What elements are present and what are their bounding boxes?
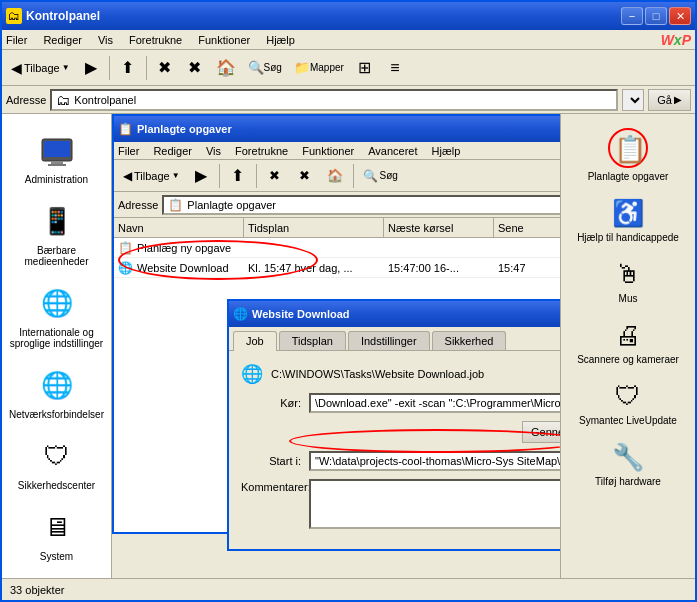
comments-input[interactable] [309, 479, 560, 529]
sidebar-item-network[interactable]: 🌐 Netværksforbindelser [2, 357, 111, 428]
sr-item-handicap[interactable]: ♿ Hjælp til handicappede [561, 192, 695, 249]
pw-up-button[interactable]: ⬆ [224, 164, 252, 188]
menu-funktioner[interactable]: Funktioner [198, 34, 250, 46]
address-input[interactable]: 🗂 Kontrolpanel [50, 89, 618, 111]
window-title: Kontrolpanel [26, 9, 617, 23]
content-area: 📋 Planlagte opgaver − □ ✕ Filer Rediger … [112, 114, 560, 578]
start-input[interactable]: "W:\data\projects-cool-thomas\Micro-Sys … [309, 451, 560, 471]
dialog-tab-bar: Job Tidsplan Indstillinger Sikkerhed [229, 327, 560, 350]
view-button[interactable]: ⊞ [351, 54, 379, 82]
planned-title-icon: 📋 [118, 122, 133, 136]
dialog-path-value: C:\WINDOWS\Tasks\Website Download.job [271, 368, 560, 380]
sr-scanners-icon: 🖨 [615, 320, 641, 351]
pw-search[interactable]: 🔍 Søg [358, 164, 403, 188]
website-download-dialog: 🌐 Website Download ? ✕ Job Tidsplan Inds… [227, 299, 560, 551]
sr-item-symantec[interactable]: 🛡 Symantec LiveUpdate [561, 375, 695, 432]
sidebar-label-network: Netværksforbindelser [9, 409, 104, 420]
sr-item-add-hardware[interactable]: 🔧 Tilføj hardware [561, 436, 695, 493]
refresh-button[interactable]: ✖ [181, 54, 209, 82]
sr-item-planned[interactable]: 📋 Planlagte opgaver [561, 122, 695, 188]
sidebar-label-international: Internationale og sproglige indstillinge… [6, 327, 107, 349]
pw-menu-funktioner[interactable]: Funktioner [302, 145, 354, 157]
sr-add-hardware-label: Tilføj hardware [595, 476, 661, 487]
back-button[interactable]: ◀ Tilbage ▼ [6, 54, 75, 82]
pw-menu-filer[interactable]: Filer [118, 145, 139, 157]
sr-symantec-icon: 🛡 [615, 381, 641, 412]
pw-menu-vis[interactable]: Vis [206, 145, 221, 157]
tab-tidsplan[interactable]: Tidsplan [279, 331, 346, 350]
sidebar-item-portable-media[interactable]: 📱 Bærbare medieenheder [2, 193, 111, 275]
sr-mouse-icon: 🖱 [615, 259, 641, 290]
menu-filer[interactable]: Filer [6, 34, 27, 46]
tab-indstillinger[interactable]: Indstillinger [348, 331, 430, 350]
pw-menu-avanceret[interactable]: Avanceret [368, 145, 417, 157]
minimize-button[interactable]: − [621, 7, 643, 25]
sidebar-item-system[interactable]: 🖥 System [2, 499, 111, 570]
dialog-body: 🌐 C:\WINDOWS\Tasks\Website Download.job … [229, 350, 560, 549]
pw-menu-foretrukne[interactable]: Foretrukne [235, 145, 288, 157]
sr-planned-highlight: 📋 [608, 128, 648, 168]
item-wd-next: 15:47:00 16-... [384, 262, 494, 274]
col-naeste[interactable]: Næste kørsel [384, 218, 494, 237]
sidebar-label-administration: Administration [25, 174, 88, 185]
pw-x1[interactable]: ✖ [261, 164, 289, 188]
close-button[interactable]: ✕ [669, 7, 691, 25]
folders-button[interactable]: 📁 Mapper [289, 54, 349, 82]
planned-address: Adresse 📋 Planlagte opgaver Gå ▶ [114, 192, 560, 218]
sr-add-hardware-icon: 🔧 [612, 442, 644, 473]
sr-mouse-label: Mus [619, 293, 638, 304]
maximize-button[interactable]: □ [645, 7, 667, 25]
sidebar-item-administration[interactable]: Administration [2, 122, 111, 193]
planned-menu: Filer Rediger Vis Foretrukne Funktioner … [114, 142, 560, 160]
comments-row: Kommentarer: [241, 479, 560, 529]
pw-forward-button[interactable]: ▶ [187, 164, 215, 188]
sidebar-item-security[interactable]: 🛡 Sikkerhedscenter [2, 428, 111, 499]
pw-home[interactable]: 🏠 [321, 164, 349, 188]
address-bar: Adresse 🗂 Kontrolpanel Gå ▶ [2, 86, 695, 114]
view2-button[interactable]: ≡ [381, 54, 409, 82]
menu-vis[interactable]: Vis [98, 34, 113, 46]
menu-bar: Filer Rediger Vis Foretrukne Funktioner … [2, 30, 695, 50]
menu-rediger[interactable]: Rediger [43, 34, 82, 46]
forward-button[interactable]: ▶ [77, 54, 105, 82]
sr-item-mouse[interactable]: 🖱 Mus [561, 253, 695, 310]
sr-item-scanners[interactable]: 🖨 Scannere og kameraer [561, 314, 695, 371]
item-wd-schedule: Kl. 15:47 hver dag, ... [244, 262, 384, 274]
menu-hjaelp[interactable]: Hjælp [266, 34, 295, 46]
pw-address-input[interactable]: 📋 Planlagte opgaver [162, 195, 560, 215]
separator-1 [109, 56, 110, 80]
main-window: 🗂 Kontrolpanel − □ ✕ Filer Rediger Vis F… [0, 0, 697, 602]
svg-rect-2 [51, 161, 63, 164]
tab-job[interactable]: Job [233, 331, 277, 351]
run-input[interactable]: \Download.exe" -exit -scan ":C:\Programm… [309, 393, 560, 413]
address-dropdown[interactable] [622, 89, 644, 111]
browse-button[interactable]: Gennemse... [522, 421, 560, 443]
pw-menu-rediger[interactable]: Rediger [153, 145, 192, 157]
search-button[interactable]: ✖ [151, 54, 179, 82]
planned-list-header: Navn Tidsplan Næste kørsel Sene [114, 218, 560, 238]
list-item-website-download[interactable]: 🌐 Website Download Kl. 15:47 hver dag, .… [114, 258, 560, 278]
pw-address-label: Adresse [118, 199, 158, 211]
item-new-name: 📋 Planlæg ny opgave [114, 241, 244, 255]
go-button[interactable]: Gå ▶ [648, 89, 691, 111]
planned-toolbar: ◀ Tilbage ▼ ▶ ⬆ ✖ ✖ 🏠 🔍 Søg [114, 160, 560, 192]
list-item-new[interactable]: 📋 Planlæg ny opgave [114, 238, 560, 258]
col-sene[interactable]: Sene [494, 218, 560, 237]
refresh2-button[interactable]: 🏠 [211, 54, 241, 82]
security-icon: 🛡 [37, 436, 77, 476]
pw-x2[interactable]: ✖ [291, 164, 319, 188]
tab-sikkerhed[interactable]: Sikkerhed [432, 331, 507, 350]
col-tidsplan[interactable]: Tidsplan [244, 218, 384, 237]
menu-foretrukne[interactable]: Foretrukne [129, 34, 182, 46]
pw-sep3 [353, 164, 354, 188]
col-navn[interactable]: Navn [114, 218, 244, 237]
pw-back-button[interactable]: ◀ Tilbage ▼ [118, 162, 185, 190]
planned-title-text: Planlagte opgaver [137, 123, 560, 135]
run-field-row: Kør: \Download.exe" -exit -scan ":C:\Pro… [241, 393, 560, 413]
sidebar-label-portable-media: Bærbare medieenheder [6, 245, 107, 267]
sidebar-item-international[interactable]: 🌐 Internationale og sproglige indstillin… [2, 275, 111, 357]
up-button[interactable]: ⬆ [114, 54, 142, 82]
sr-scanners-label: Scannere og kameraer [577, 354, 679, 365]
search-folder-button[interactable]: 🔍 Søg [243, 54, 287, 82]
pw-menu-hjaelp[interactable]: Hjælp [432, 145, 461, 157]
